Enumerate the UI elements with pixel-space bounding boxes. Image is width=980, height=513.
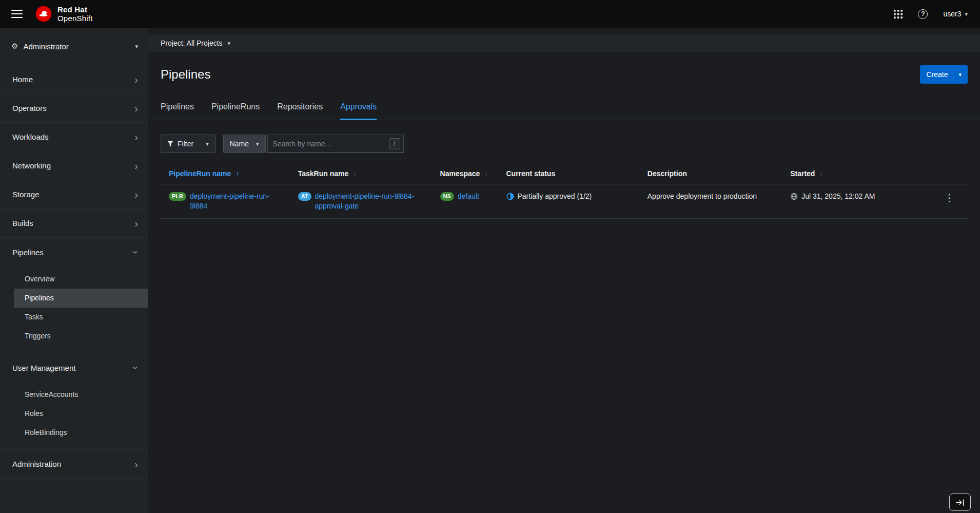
username: user3 — [943, 10, 961, 18]
sidebar-item-triggers[interactable]: Triggers — [14, 327, 148, 346]
chevron-down-icon: › — [131, 251, 142, 254]
sidebar-item-overview[interactable]: Overview — [14, 270, 148, 289]
namespace-link[interactable]: default — [458, 192, 479, 201]
sidebar-item-networking[interactable]: Networking › — [0, 151, 148, 180]
cell-namespace: NS default — [432, 184, 498, 219]
sidebar: ⚙ Administrator ▾ Home › Operators › Wor… — [0, 28, 148, 513]
tab-bar: Pipelines PipelineRuns Repositories Appr… — [148, 102, 980, 120]
sidebar-item-home[interactable]: Home › — [0, 65, 148, 94]
pipelinerun-badge: PLR — [169, 192, 186, 201]
col-header-started[interactable]: Started↕ — [782, 164, 928, 184]
sidebar-item-administration[interactable]: Administration › — [0, 450, 148, 479]
perspective-switcher[interactable]: ⚙ Administrator ▾ — [0, 28, 148, 65]
subnav-user-management: ServiceAccounts Roles RoleBindings — [0, 382, 148, 450]
namespace-badge: NS — [440, 192, 454, 201]
col-header-pipelinerun-name[interactable]: PipelineRun name↑ — [161, 164, 290, 184]
sidebar-item-builds[interactable]: Builds › — [0, 209, 148, 238]
taskrun-link[interactable]: deployment-pipeline-run-9l884-approval-g… — [315, 192, 428, 211]
col-header-current-status: Current status — [498, 164, 639, 184]
sidebar-item-workloads[interactable]: Workloads › — [0, 123, 148, 151]
sidebar-item-pipelines[interactable]: Pipelines — [14, 289, 148, 308]
description-text: Approve deployment to production — [648, 192, 757, 200]
approvals-table: PipelineRun name↑ TaskRun name↕ Namespac… — [161, 164, 968, 219]
sidebar-item-storage[interactable]: Storage › — [0, 180, 148, 209]
sidebar-item-label: User Management — [12, 364, 75, 372]
masthead: Red Hat OpenShift ? user3 ▾ — [0, 0, 980, 28]
attribute-dropdown-button[interactable]: Name ▾ — [223, 135, 266, 153]
sidebar-item-operators[interactable]: Operators › — [0, 94, 148, 123]
create-button-label: Create — [926, 70, 948, 79]
sidebar-item-serviceaccounts[interactable]: ServiceAccounts — [14, 385, 148, 404]
approvaltask-badge: AT — [298, 192, 311, 201]
sidebar-item-roles[interactable]: Roles — [14, 404, 148, 423]
chevron-right-icon: › — [134, 218, 138, 229]
globe-icon — [790, 192, 798, 200]
col-header-description: Description — [639, 164, 782, 184]
lightspeed-launcher-button[interactable] — [949, 493, 971, 511]
project-selector[interactable]: Project: All Projects ▾ — [148, 34, 980, 52]
chevron-right-icon: › — [134, 459, 138, 469]
cell-current-status: Partially approved (1/2) — [498, 184, 639, 219]
chevron-right-icon: › — [134, 189, 138, 200]
filter-toolbar: Filter ▾ Name ▾ / — [161, 135, 968, 153]
create-button[interactable]: Create ▾ — [920, 65, 968, 84]
attribute-dropdown-label: Name — [230, 140, 249, 148]
perspective-label: Administrator — [23, 42, 130, 51]
kebab-menu-button[interactable]: ⋮ — [944, 192, 954, 203]
sortable-icon: ↕ — [484, 170, 488, 178]
pipelinerun-link[interactable]: deployment-pipeline-run-9l884 — [190, 192, 286, 211]
started-timestamp: Jul 31, 2025, 12:02 AM — [801, 192, 875, 201]
sidebar-item-label: Administration — [12, 460, 61, 468]
filter-dropdown-label: Filter — [178, 140, 193, 148]
sidebar-item-label: Storage — [12, 190, 40, 199]
brand-redhat-text: Red Hat — [57, 5, 93, 14]
cog-icon: ⚙ — [11, 42, 18, 51]
masthead-toolbar: ? user3 ▾ — [894, 9, 968, 19]
table-header-row: PipelineRun name↑ TaskRun name↕ Namespac… — [161, 164, 968, 184]
nav-toggle-button[interactable] — [11, 10, 23, 18]
tab-repositories[interactable]: Repositories — [277, 102, 323, 120]
sidebar-item-label: Pipelines — [12, 248, 44, 257]
sidebar-item-user-management-group[interactable]: User Management › — [0, 353, 148, 382]
col-header-namespace[interactable]: Namespace↕ — [432, 164, 498, 184]
search-input[interactable] — [267, 135, 404, 153]
subnav-pipelines: Overview Pipelines Tasks Triggers — [0, 267, 148, 353]
brand-openshift-text: OpenShift — [57, 14, 93, 23]
brand-logo: Red Hat OpenShift — [35, 5, 93, 23]
chevron-down-icon: ▾ — [965, 11, 968, 17]
search-field-wrapper: / — [267, 135, 404, 153]
sidebar-item-label: Home — [12, 75, 33, 84]
col-header-taskrun-name[interactable]: TaskRun name↕ — [290, 164, 432, 184]
cell-taskrun: AT deployment-pipeline-run-9l884-approva… — [290, 184, 432, 219]
sidebar-item-label: Workloads — [12, 132, 49, 141]
tab-approvals[interactable]: Approvals — [340, 102, 377, 120]
sidebar-item-rolebindings[interactable]: RoleBindings — [14, 423, 148, 442]
status-text: Partially approved (1/2) — [518, 192, 592, 201]
cell-started: Jul 31, 2025, 12:02 AM — [782, 184, 928, 219]
page-header: Pipelines Create ▾ — [148, 52, 980, 84]
cell-pipelinerun: PLR deployment-pipeline-run-9l884 — [161, 184, 290, 219]
chevron-down-icon: ▾ — [228, 41, 231, 46]
chevron-down-icon: ▾ — [135, 44, 138, 49]
filter-dropdown-button[interactable]: Filter ▾ — [161, 135, 215, 153]
app-launcher-icon[interactable] — [894, 10, 903, 18]
sidebar-item-pipelines-group[interactable]: Pipelines › — [0, 238, 148, 267]
search-shortcut-hint: / — [389, 138, 400, 149]
tab-pipelines[interactable]: Pipelines — [161, 102, 194, 120]
sidebar-item-label: Builds — [12, 219, 33, 227]
sortable-icon: ↕ — [819, 170, 823, 178]
sidebar-item-label: Operators — [12, 104, 47, 112]
project-selector-label: Project: All Projects — [161, 39, 223, 47]
chevron-down-icon: ▾ — [206, 141, 209, 147]
sidebar-item-tasks[interactable]: Tasks — [14, 308, 148, 327]
chevron-down-icon: ▾ — [958, 72, 962, 78]
tab-pipelineruns[interactable]: PipelineRuns — [211, 102, 260, 120]
create-button-divider — [953, 69, 953, 80]
sortable-icon: ↕ — [353, 170, 357, 178]
help-icon[interactable]: ? — [918, 9, 928, 19]
chevron-right-icon: › — [134, 132, 138, 142]
sort-ascending-icon: ↑ — [236, 169, 239, 178]
col-header-actions — [928, 164, 968, 184]
user-menu[interactable]: user3 ▾ — [943, 10, 968, 18]
partially-approved-status-icon — [506, 192, 514, 200]
